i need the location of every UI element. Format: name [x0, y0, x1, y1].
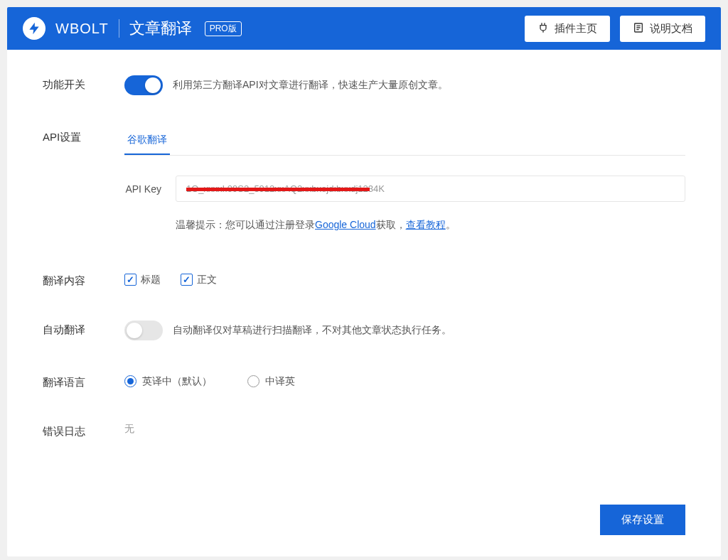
translate-content-row: 翻译内容 标题 正文: [43, 271, 685, 288]
checkbox-label-title: 标题: [141, 274, 161, 286]
plugin-home-label: 插件主页: [555, 22, 597, 36]
tip-suffix: 。: [446, 219, 456, 230]
toggle-knob-auto: [127, 323, 142, 338]
google-cloud-link[interactable]: Google Cloud: [315, 219, 376, 230]
tip-mid: 获取，: [376, 219, 406, 230]
auto-translate-toggle[interactable]: [124, 321, 163, 340]
view-tutorial-link[interactable]: 查看教程: [406, 219, 446, 230]
translate-lang-options: 英译中（默认） 中译英: [124, 373, 685, 389]
feature-switch-label: 功能开关: [43, 75, 124, 95]
radio-label-zh-en: 中译英: [265, 375, 295, 388]
radio-circle-zh-en: [247, 375, 259, 387]
feature-switch-row: 功能开关 利用第三方翻译API对文章进行翻译，快速生产大量原创文章。: [43, 75, 685, 95]
redacted-overlay: [186, 188, 370, 191]
radio-en-to-zh[interactable]: 英译中（默认）: [124, 375, 212, 388]
error-log-label: 错误日志: [43, 422, 124, 438]
api-key-label: API Key: [124, 183, 161, 195]
translate-content-label: 翻译内容: [43, 271, 124, 288]
toggle-knob: [145, 77, 161, 93]
error-log-value: 无: [124, 423, 134, 434]
pro-badge: PRO版: [205, 21, 242, 36]
save-button[interactable]: 保存设置: [600, 505, 685, 535]
feature-switch-content: 利用第三方翻译API对文章进行翻译，快速生产大量原创文章。: [124, 75, 685, 95]
api-key-input[interactable]: 1O_xxxxI.09S2_5912xxAQ2xxbxejd:bxxdj1234…: [176, 176, 685, 202]
checkbox-title[interactable]: 标题: [124, 274, 161, 286]
api-key-row: API Key 1O_xxxxI.09S2_5912xxAQ2xxbxejd:b…: [124, 176, 685, 202]
document-icon: [633, 22, 644, 36]
app-container: WBOLT 文章翻译 PRO版 插件主页: [7, 7, 721, 556]
feature-switch-toggle[interactable]: [124, 75, 163, 95]
error-log-row: 错误日志 无: [43, 422, 685, 438]
translate-lang-label: 翻译语言: [43, 373, 124, 389]
content-area: 功能开关 利用第三方翻译API对文章进行翻译，快速生产大量原创文章。 API设置…: [7, 50, 721, 505]
plugin-home-button[interactable]: 插件主页: [525, 16, 610, 42]
plug-icon: [537, 22, 549, 36]
auto-translate-content: 自动翻译仅对草稿进行扫描翻译，不对其他文章状态执行任务。: [124, 321, 685, 340]
header-divider: [119, 19, 119, 38]
header-left: WBOLT 文章翻译 PRO版: [23, 17, 242, 40]
api-settings-label: API设置: [43, 128, 124, 156]
brand-name: WBOLT: [55, 21, 109, 37]
header: WBOLT 文章翻译 PRO版 插件主页: [7, 7, 721, 50]
checkbox-box-title: [124, 274, 136, 286]
api-settings-content: 谷歌翻译: [124, 128, 685, 156]
docs-button[interactable]: 说明文档: [620, 16, 705, 42]
auto-translate-row: 自动翻译 自动翻译仅对草稿进行扫描翻译，不对其他文章状态执行任务。: [43, 321, 685, 340]
auto-translate-label: 自动翻译: [43, 321, 124, 340]
translate-content-options: 标题 正文: [124, 271, 685, 288]
radio-circle-en-zh: [124, 375, 136, 387]
api-tip-row: 温馨提示：您可以通过注册登录Google Cloud获取，查看教程。: [176, 219, 685, 232]
api-tabs: 谷歌翻译: [124, 128, 685, 156]
api-settings-row: API设置 谷歌翻译: [43, 128, 685, 156]
translate-lang-row: 翻译语言 英译中（默认） 中译英: [43, 373, 685, 389]
auto-translate-desc: 自动翻译仅对草稿进行扫描翻译，不对其他文章状态执行任务。: [173, 324, 451, 337]
api-key-section: API Key 1O_xxxxI.09S2_5912xxAQ2xxbxejd:b…: [43, 156, 685, 232]
tip-prefix: 温馨提示：您可以通过注册登录: [176, 219, 315, 230]
checkbox-body[interactable]: 正文: [181, 274, 217, 286]
wbolt-logo-icon: [23, 17, 46, 40]
checkbox-label-body: 正文: [197, 274, 217, 286]
error-log-content: 无: [124, 422, 685, 438]
app-title: 文章翻译: [129, 18, 192, 39]
footer: 保存设置: [7, 505, 721, 556]
tab-google-translate[interactable]: 谷歌翻译: [124, 128, 170, 155]
api-key-content: API Key 1O_xxxxI.09S2_5912xxAQ2xxbxejd:b…: [124, 156, 685, 232]
feature-switch-desc: 利用第三方翻译API对文章进行翻译，快速生产大量原创文章。: [173, 79, 448, 92]
checkbox-box-body: [181, 274, 193, 286]
radio-label-en-zh: 英译中（默认）: [142, 375, 212, 388]
header-right: 插件主页 说明文档: [525, 16, 705, 42]
radio-zh-to-en[interactable]: 中译英: [247, 375, 295, 388]
docs-label: 说明文档: [650, 22, 692, 36]
